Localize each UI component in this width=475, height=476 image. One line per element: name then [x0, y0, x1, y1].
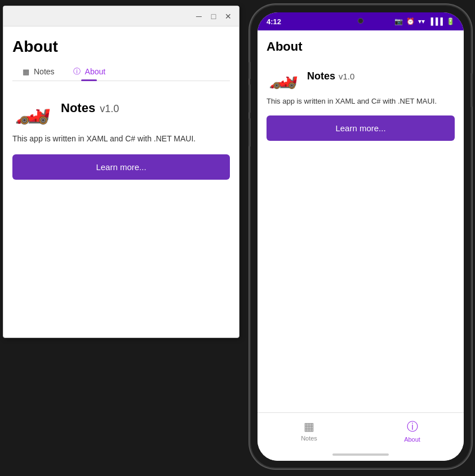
phone-app-info-row: 🏎️ Notes v1.0	[267, 63, 455, 89]
title-bar: ─ □ ✕	[3, 6, 239, 26]
app-name-version: Notes v1.0	[61, 101, 119, 115]
phone-container: 4:12 📷 ⏰ ▾▾ ▐▐▐ 🔋 About 🏎️ Notes v1.0	[251, 6, 470, 468]
close-button[interactable]: ✕	[222, 10, 234, 23]
wifi-icon: ▾▾	[418, 17, 425, 25]
alarm-status-icon: ⏰	[406, 17, 415, 25]
app-name: Notes	[61, 101, 95, 115]
notes-tab-icon: ▦	[21, 67, 30, 76]
phone-tab-notes[interactable]: ▦ Notes	[258, 413, 361, 448]
phone-app-name: Notes	[307, 70, 335, 82]
phone-page-title: About	[267, 39, 455, 54]
phone-app-version: v1.0	[339, 72, 354, 81]
phone-notes-tab-icon: ▦	[304, 420, 314, 433]
phone-app-name-version: Notes v1.0	[307, 70, 354, 82]
tab-bar: ▦ Notes ⓘ About	[12, 63, 230, 81]
phone-bottom-tabs: ▦ Notes ⓘ About	[258, 412, 464, 448]
volume-down-button	[248, 118, 251, 146]
about-tab-label: About	[85, 67, 106, 76]
home-bar	[332, 453, 389, 456]
phone-app-description: This app is written in XAML and C# with …	[267, 97, 455, 105]
app-version: v1.0	[100, 103, 119, 115]
front-camera	[358, 18, 363, 24]
camera-status-icon: 📷	[394, 17, 403, 25]
app-logo: 🏎️	[15, 94, 51, 123]
phone-screen: 4:12 📷 ⏰ ▾▾ ▐▐▐ 🔋 About 🏎️ Notes v1.0	[258, 12, 464, 461]
app-description: This app is written in XAML and C# with …	[12, 134, 230, 143]
home-indicator	[258, 448, 464, 461]
phone-about-tab-label: About	[404, 436, 420, 443]
learn-more-button[interactable]: Learn more...	[12, 154, 230, 180]
notes-tab-label: Notes	[34, 67, 55, 76]
phone-tab-about[interactable]: ⓘ About	[361, 413, 464, 448]
battery-icon: 🔋	[446, 17, 455, 25]
power-button	[470, 73, 473, 107]
app-icon: 🏎️	[12, 92, 53, 124]
status-icons: 📷 ⏰ ▾▾ ▐▐▐ 🔋	[394, 17, 455, 25]
page-title: About	[12, 38, 230, 56]
minimize-button[interactable]: ─	[193, 10, 205, 23]
signal-icon: ▐▐▐	[428, 17, 443, 25]
window-content: About ▦ Notes ⓘ About 🏎️ Notes v1.0 This…	[3, 26, 239, 337]
app-info-row: 🏎️ Notes v1.0	[12, 92, 230, 124]
phone-app-logo: 🏎️	[269, 64, 298, 88]
desktop-window: ─ □ ✕ About ▦ Notes ⓘ About 🏎️ Notes v1.…	[3, 6, 239, 338]
tab-about[interactable]: ⓘ About	[64, 63, 115, 81]
phone-notes-tab-label: Notes	[301, 435, 317, 442]
silent-button	[248, 62, 251, 79]
phone-about-tab-icon: ⓘ	[407, 419, 418, 434]
maximize-button[interactable]: □	[207, 10, 220, 23]
phone-learn-more-button[interactable]: Learn more...	[267, 115, 455, 141]
phone-content: About 🏎️ Notes v1.0 This app is written …	[258, 30, 464, 412]
status-time: 4:12	[267, 17, 281, 26]
volume-up-button	[248, 84, 251, 113]
about-tab-icon: ⓘ	[73, 67, 82, 76]
phone-app-icon: 🏎️	[267, 63, 300, 89]
tab-notes[interactable]: ▦ Notes	[12, 63, 64, 81]
